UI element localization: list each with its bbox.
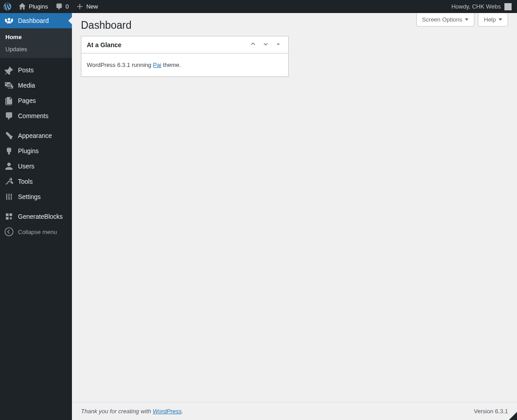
comments-link[interactable]: 0 (52, 0, 72, 13)
sidebar-item-generateblocks[interactable]: GenerateBlocks (0, 209, 72, 224)
greeting-text: Howdy, CHK Webs (451, 3, 501, 10)
wp-logo-menu[interactable] (0, 0, 15, 13)
footer-thanks-pre: Thank you for creating with (81, 408, 153, 415)
screen-meta-controls: Screen Options Help (416, 13, 508, 27)
sidebar-item-tools[interactable]: Tools (0, 174, 72, 189)
generateblocks-icon (4, 212, 13, 221)
sidebar-users-label: Users (18, 163, 35, 170)
glance-text-post: theme. (161, 62, 181, 68)
sidebar-item-settings[interactable]: Settings (0, 189, 72, 204)
toggle-panel-button[interactable] (274, 40, 283, 50)
sidebar-item-plugins[interactable]: Plugins (0, 143, 72, 159)
new-content-link[interactable]: New (72, 0, 102, 13)
footer-version: Version 6.3.1 (474, 408, 508, 415)
chevron-down-icon (499, 18, 502, 21)
sidebar-tools-label: Tools (18, 178, 33, 185)
move-up-button[interactable] (249, 40, 258, 50)
at-a-glance-widget: At a Glance WordPress 6.3.1 running Pai … (81, 36, 289, 77)
site-name-label: Plugins (29, 3, 48, 10)
plugin-icon (4, 146, 13, 155)
help-button[interactable]: Help (478, 13, 508, 27)
chevron-down-icon (262, 40, 269, 48)
sidebar-item-users[interactable]: Users (0, 159, 72, 174)
sidebar-item-dashboard[interactable]: Dashboard (0, 13, 72, 28)
sidebar-item-posts[interactable]: Posts (0, 62, 72, 78)
svg-point-0 (5, 228, 13, 236)
sidebar-pages-label: Pages (18, 97, 36, 104)
sidebar-item-comments[interactable]: Comments (0, 108, 72, 124)
collapse-label: Collapse menu (18, 229, 57, 235)
site-name-link[interactable]: Plugins (15, 0, 52, 13)
brush-icon (4, 131, 13, 140)
collapse-menu-button[interactable]: Collapse menu (0, 224, 72, 239)
move-down-button[interactable] (261, 40, 270, 50)
widget-title: At a Glance (87, 41, 121, 49)
sidebar-settings-label: Settings (18, 193, 41, 200)
sliders-icon (4, 192, 13, 201)
sidebar-comments-label: Comments (18, 112, 49, 119)
glance-text-pre: WordPress 6.3.1 running (87, 62, 153, 68)
page-icon (4, 96, 13, 105)
footer-wp-link[interactable]: WordPress (153, 408, 182, 415)
pin-icon (4, 66, 13, 75)
wrench-icon (4, 177, 13, 186)
admin-sidebar: Dashboard Home Updates Posts Media Pages… (0, 13, 72, 420)
plus-icon (76, 3, 84, 10)
dashboard-submenu: Home Updates (0, 28, 72, 58)
submenu-home[interactable]: Home (0, 31, 72, 43)
widget-header: At a Glance (81, 36, 288, 53)
widget-controls (249, 40, 283, 50)
sidebar-media-label: Media (18, 82, 35, 89)
adminbar-left: Plugins 0 New (0, 0, 102, 13)
avatar (504, 3, 512, 10)
sidebar-item-appearance[interactable]: Appearance (0, 128, 72, 143)
media-icon (4, 81, 13, 90)
screen-options-label: Screen Options (422, 16, 463, 23)
screen-options-button[interactable]: Screen Options (416, 13, 475, 27)
menu-separator (0, 124, 72, 128)
sidebar-posts-label: Posts (18, 66, 34, 74)
main-content: Screen Options Help Dashboard At a Glanc… (72, 13, 517, 420)
comment-count: 0 (66, 3, 69, 10)
chevron-down-icon (465, 18, 468, 21)
triangle-up-icon (275, 40, 282, 48)
wordpress-logo-icon (4, 3, 11, 10)
widget-body: WordPress 6.3.1 running Pai theme. (81, 53, 288, 76)
footer-thanks: Thank you for creating with WordPress. (81, 408, 183, 415)
comments-icon (4, 111, 13, 120)
sidebar-item-media[interactable]: Media (0, 78, 72, 93)
menu-separator (0, 58, 72, 62)
footer-thanks-post: . (182, 408, 183, 415)
dashboard-icon (4, 16, 13, 25)
sidebar-generateblocks-label: GenerateBlocks (18, 213, 63, 220)
menu-separator (0, 204, 72, 209)
sidebar-item-pages[interactable]: Pages (0, 93, 72, 108)
chevron-up-icon (250, 40, 257, 48)
adminbar-right[interactable]: Howdy, CHK Webs (451, 3, 513, 10)
sidebar-plugins-label: Plugins (18, 147, 39, 155)
help-label: Help (484, 16, 496, 23)
user-icon (4, 162, 13, 171)
sidebar-appearance-label: Appearance (18, 132, 52, 139)
home-icon (18, 3, 26, 10)
admin-footer: Thank you for creating with WordPress. V… (72, 402, 517, 420)
sidebar-dashboard-label: Dashboard (18, 17, 49, 24)
admin-bar: Plugins 0 New Howdy, CHK Webs (0, 0, 517, 13)
collapse-icon (4, 227, 13, 236)
resize-corner-icon (509, 412, 517, 420)
theme-link[interactable]: Pai (153, 62, 161, 68)
new-label: New (86, 3, 98, 10)
comment-icon (55, 3, 63, 10)
submenu-updates[interactable]: Updates (0, 43, 72, 55)
